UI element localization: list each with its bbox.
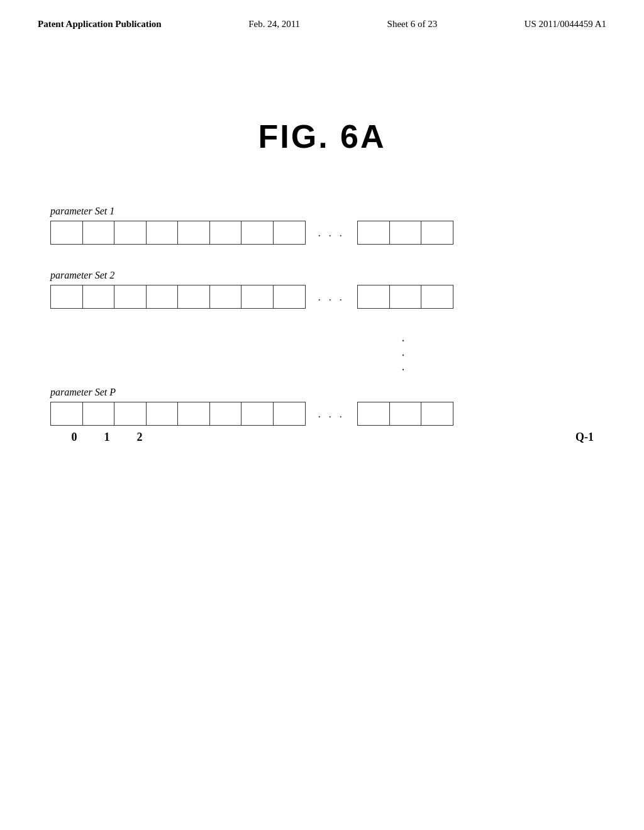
parameter-set-1-label: parameter Set 1 [50,206,594,217]
cells-group-right-p [357,402,453,426]
header-sheet: Sheet 6 of 23 [387,19,438,30]
cell [146,402,179,426]
header-publication-label: Patent Application Publication [38,19,162,30]
header-patent-number: US 2011/0044459 A1 [525,19,606,30]
cell [241,285,274,309]
header-date: Feb. 24, 2011 [248,19,300,30]
cell [209,221,242,245]
cell [357,285,390,309]
cell [146,221,179,245]
parameter-set-p-row: . . . [50,402,594,426]
parameter-set-1-row: . . . [50,221,594,245]
cell [146,285,179,309]
cells-group-left-2 [50,285,306,309]
page-container: Patent Application Publication Feb. 24, … [0,0,644,830]
cells-group-right-2 [357,285,453,309]
cell [177,402,210,426]
cell [114,221,147,245]
cell [389,221,422,245]
parameter-set-p: parameter Set P . . . [50,387,594,444]
cells-group-left-1 [50,221,306,245]
index-1: 1 [91,431,123,444]
cell [177,221,210,245]
cell [357,402,390,426]
cell [273,285,306,309]
cell [389,402,422,426]
cell [241,221,274,245]
cell [50,221,83,245]
parameter-set-p-label: parameter Set P [50,387,594,398]
cell [82,221,115,245]
ellipsis-p: . . . [318,407,345,421]
parameter-set-2: parameter Set 2 . . . [50,270,594,309]
index-2: 2 [123,431,156,444]
diagram-area: parameter Set 1 . . . [0,206,644,444]
cell [114,285,147,309]
cell [357,221,390,245]
cell [421,285,453,309]
cell [177,285,210,309]
index-row: 0 1 2 Q-1 [50,431,594,444]
cell [50,402,83,426]
cell [209,402,242,426]
cells-group-right-1 [357,221,453,245]
cell [82,402,115,426]
cell [421,221,453,245]
cell [114,402,147,426]
index-0: 0 [58,431,91,444]
parameter-set-1: parameter Set 1 . . . [50,206,594,245]
cells-group-left-p [50,402,306,426]
cell [82,285,115,309]
cell [241,402,274,426]
figure-title-area: FIG. 6A [0,118,644,155]
cell [50,285,83,309]
cell [209,285,242,309]
cell [273,402,306,426]
vertical-dots: ··· [50,334,594,377]
index-q1: Q-1 [575,431,594,444]
page-header: Patent Application Publication Feb. 24, … [0,0,644,42]
parameter-set-2-label: parameter Set 2 [50,270,594,281]
parameter-set-2-row: . . . [50,285,594,309]
ellipsis-1: . . . [318,226,345,240]
figure-title-text: FIG. 6A [258,118,386,155]
cell [273,221,306,245]
cell [389,285,422,309]
cell [421,402,453,426]
ellipsis-2: . . . [318,290,345,304]
